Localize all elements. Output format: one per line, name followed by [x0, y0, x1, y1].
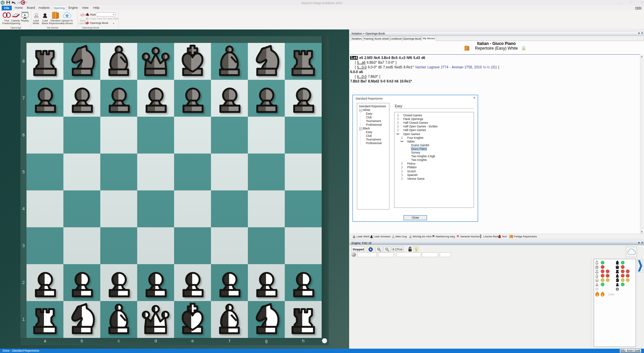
svg-text:W: W	[2, 2, 4, 4]
